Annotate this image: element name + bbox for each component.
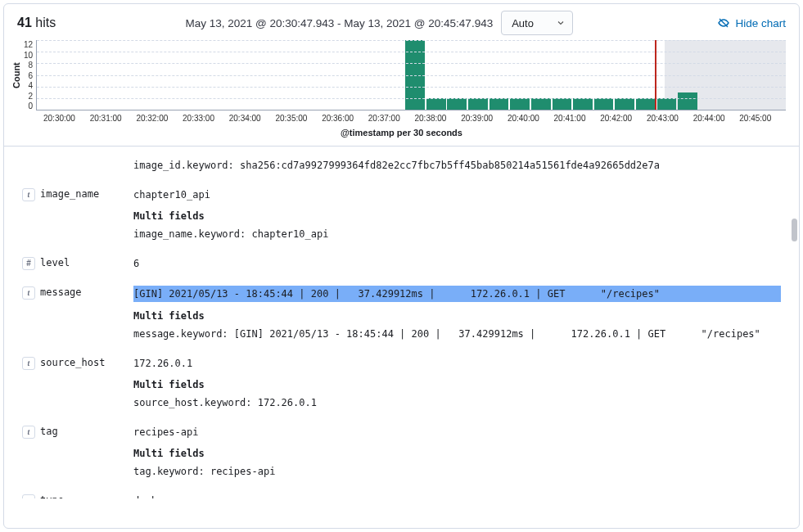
text-type-icon: t: [22, 494, 35, 498]
x-axis-label: @timestamp per 30 seconds: [4, 123, 799, 146]
field-key-message[interactable]: message: [40, 286, 82, 298]
field-key-tag[interactable]: tag: [40, 426, 58, 437]
histogram-chart[interactable]: Count 121086420: [4, 38, 799, 112]
histogram-bar[interactable]: [594, 98, 614, 110]
histogram-bar[interactable]: [573, 98, 593, 110]
histogram-bar[interactable]: [426, 98, 446, 110]
chevron-down-icon: [556, 18, 566, 28]
histogram-bar[interactable]: [657, 98, 677, 110]
histogram-bar[interactable]: [531, 98, 551, 110]
histogram-bar[interactable]: [615, 98, 634, 110]
tag-value: recipes-api: [133, 425, 781, 440]
message-value-highlighted[interactable]: [GIN] 2021/05/13 - 18:45:44 | 200 | 37.4…: [133, 286, 781, 302]
multi-fields-label: Multi fields: [133, 210, 781, 222]
text-type-icon: t: [22, 188, 35, 201]
chart-plot-area[interactable]: [36, 40, 786, 110]
time-range-text: May 13, 2021 @ 20:30:47.943 - May 13, 20…: [185, 17, 493, 29]
histogram-bar[interactable]: [447, 98, 467, 110]
document-fields[interactable]: image_id.keyword: sha256:cd7a9927999364f…: [4, 147, 799, 498]
field-key-type[interactable]: type: [40, 494, 64, 498]
interval-select-value: Auto: [512, 17, 534, 29]
level-value: 6: [133, 256, 781, 271]
text-type-icon: t: [22, 357, 35, 370]
multi-fields-label: Multi fields: [133, 310, 781, 322]
number-type-icon: #: [22, 257, 35, 270]
hide-chart-label: Hide chart: [735, 17, 786, 29]
type-value: docker: [133, 494, 781, 498]
source-host-value: 172.26.0.1: [133, 356, 781, 371]
histogram-bar[interactable]: [678, 92, 697, 110]
histogram-bar[interactable]: [510, 98, 530, 110]
eye-closed-icon: [717, 16, 730, 29]
histogram-bar[interactable]: [468, 98, 488, 110]
tag-keyword-value: tag.keyword: recipes-api: [133, 464, 781, 479]
image-id-keyword-value: image_id.keyword: sha256:cd7a9927999364f…: [133, 158, 781, 173]
y-axis-label: Count: [9, 40, 24, 110]
field-key-level[interactable]: level: [40, 257, 70, 268]
interval-select[interactable]: Auto: [501, 11, 573, 35]
text-type-icon: t: [22, 426, 35, 439]
field-key-source-host[interactable]: source_host: [40, 357, 105, 368]
y-axis-ticks: 121086420: [24, 40, 36, 110]
scrollbar-thumb[interactable]: [792, 219, 797, 241]
hide-chart-button[interactable]: Hide chart: [717, 16, 786, 29]
text-type-icon: t: [22, 286, 35, 300]
source-host-keyword-value: source_host.keyword: 172.26.0.1: [133, 395, 781, 410]
message-keyword-value: message.keyword: [GIN] 2021/05/13 - 18:4…: [133, 327, 781, 341]
image-name-value: chapter10_api: [133, 187, 781, 202]
field-key-image-name[interactable]: image_name: [40, 188, 99, 200]
histogram-bar[interactable]: [636, 98, 656, 110]
multi-fields-label: Multi fields: [133, 379, 781, 390]
histogram-bar[interactable]: [489, 98, 509, 110]
multi-fields-label: Multi fields: [133, 448, 781, 459]
histogram-bar[interactable]: [553, 98, 572, 110]
x-axis-ticks: 20:30:0020:31:0020:32:0020:33:0020:34:00…: [4, 114, 799, 123]
discover-panel: 41 hits May 13, 2021 @ 20:30:47.943 - Ma…: [3, 3, 800, 529]
image-name-keyword-value: image_name.keyword: chapter10_api: [133, 227, 781, 241]
hit-count: 41 hits: [17, 16, 56, 30]
panel-header: 41 hits May 13, 2021 @ 20:30:47.943 - Ma…: [4, 4, 799, 38]
